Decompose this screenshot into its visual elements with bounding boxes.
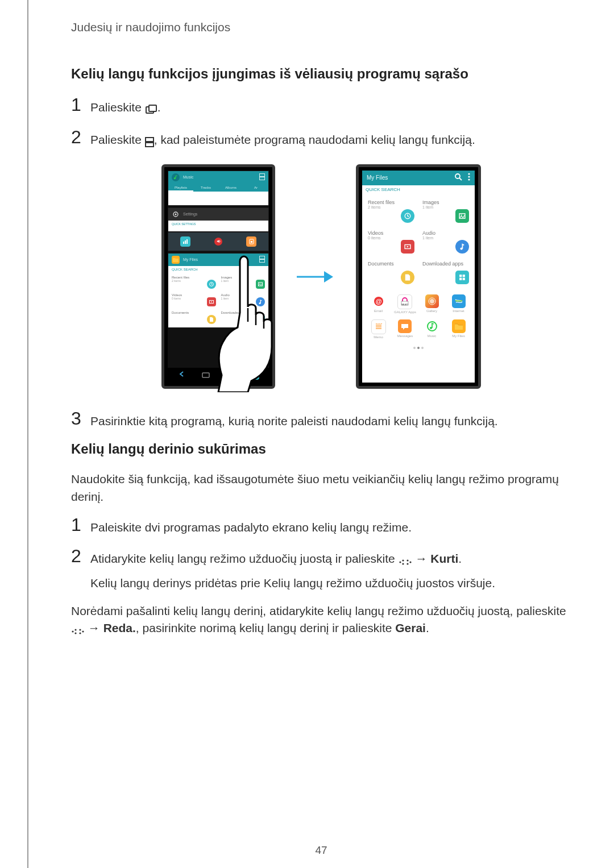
bold-text: Kurti: [430, 552, 458, 565]
svg-rect-45: [463, 275, 465, 277]
myfiles-app-icon: [452, 319, 466, 333]
label: Documents: [172, 311, 216, 314]
multi-window-button: [250, 371, 259, 380]
text: Palieskite: [90, 101, 145, 114]
messages-app-icon: [398, 319, 412, 333]
app-title: My Files: [367, 175, 388, 181]
heading-create-combo: Kelių langų derinio sukūrimas: [71, 441, 571, 457]
text: Norėdami pašalinti kelių langų derinį, a…: [71, 604, 566, 617]
svg-point-36: [468, 173, 470, 175]
svg-point-8: [175, 213, 177, 215]
apps-icon: [455, 271, 469, 284]
text: Atidarykite kelių langų režimo užduočių …: [90, 552, 399, 565]
label: Email: [374, 309, 383, 313]
galaxy-apps-icon: GALAXY: [397, 294, 412, 309]
svg-rect-9: [183, 242, 184, 244]
bold-text: Reda.: [103, 621, 136, 634]
music-icon: [172, 173, 180, 181]
svg-rect-47: [463, 278, 465, 280]
svg-rect-2: [146, 138, 154, 142]
svg-rect-25: [202, 373, 209, 377]
phone-mockup-right: My Files QUICK SEARCH Recent files 2 ite…: [356, 164, 481, 389]
close-all-icon: [226, 370, 235, 380]
document-icon: [401, 271, 414, 284]
svg-rect-27: [255, 373, 257, 375]
split-window-icon: [259, 255, 265, 265]
step-number: 1: [71, 516, 90, 534]
step-1b: 1 Paleiskite dvi programas padalyto ekra…: [71, 516, 571, 536]
svg-rect-1: [149, 105, 156, 111]
svg-rect-46: [459, 278, 462, 280]
six-dots-icon: [71, 621, 85, 638]
text: →: [85, 621, 103, 634]
clock-icon: [401, 209, 414, 223]
image-icon: [256, 280, 265, 289]
svg-point-61: [406, 563, 408, 564]
paragraph: Norėdami pašalinti kelių langų derinį, a…: [71, 603, 571, 639]
page-number: 47: [28, 844, 614, 857]
label: 1 item: [422, 236, 469, 240]
svg-rect-10: [185, 240, 186, 244]
label: Audio: [422, 230, 469, 236]
tab: Albums: [218, 184, 243, 192]
split-window-icon: [145, 133, 154, 150]
svg-rect-28: [252, 376, 254, 377]
svg-rect-15: [260, 259, 265, 262]
video-icon: [401, 240, 414, 254]
label: QUICK SEARCH: [168, 266, 268, 273]
six-dots-icon: [399, 552, 412, 569]
apps-icon: [256, 315, 265, 324]
svg-rect-26: [252, 373, 254, 375]
svg-rect-14: [260, 256, 265, 259]
label: Music: [428, 334, 437, 338]
gallery-app-icon: [425, 294, 439, 308]
label: 0 items: [368, 236, 414, 240]
label: My Files: [452, 334, 464, 338]
label: Internet: [453, 309, 464, 313]
label: Downloaded: [221, 311, 265, 314]
tab: Playlists: [168, 184, 193, 192]
svg-point-37: [468, 176, 470, 177]
label: Gallery: [426, 309, 437, 313]
label: Messages: [397, 334, 413, 338]
text: .: [157, 101, 161, 114]
folder-icon: [172, 256, 180, 264]
text: .: [458, 552, 462, 565]
label: 1 item: [422, 205, 469, 209]
text: Kelių langų derinys pridėtas prie Kelių …: [90, 576, 495, 589]
label: Videos: [368, 230, 414, 236]
memo-app-icon: [371, 319, 386, 334]
text: Pasirinktie kitą programą, kurią norite …: [90, 409, 571, 430]
tab: Ar: [243, 184, 268, 192]
app-title: Music: [183, 175, 193, 179]
svg-rect-29: [255, 376, 257, 377]
svg-rect-44: [459, 275, 462, 277]
breadcrumb: Judesių ir naudojimo funkcijos: [71, 20, 571, 34]
label: QUICK SEARCH: [362, 185, 475, 194]
svg-point-63: [72, 630, 73, 632]
heading-multiwindow-recent: Kelių langų funkcijos įjungimas iš vėlia…: [71, 66, 571, 82]
svg-point-67: [79, 632, 81, 634]
svg-rect-13: [251, 241, 252, 243]
svg-rect-5: [260, 173, 265, 176]
text: Palieskite: [90, 133, 145, 146]
home-icon: [201, 370, 210, 380]
back-icon: [178, 370, 186, 380]
step-2b: 2 Atidarykite kelių langų režimo užduoči…: [71, 547, 571, 592]
svg-line-35: [459, 178, 462, 180]
svg-point-34: [455, 174, 460, 178]
phone-mockup-left: Music Playlists Tracks Albums Ar: [161, 164, 275, 389]
document-icon: [207, 315, 216, 324]
step-number: 3: [71, 409, 90, 427]
step-number: 2: [71, 547, 90, 565]
svg-point-62: [409, 561, 411, 563]
tab: Tracks: [193, 184, 218, 192]
label: Images: [422, 200, 469, 205]
svg-point-59: [402, 563, 404, 564]
label: Downloaded apps: [422, 261, 469, 267]
settings-icon: [172, 210, 180, 218]
text: .: [426, 621, 429, 634]
email-app-icon: @: [372, 294, 385, 308]
paragraph: Naudokite šią funkciją, kad išsaugotumėt…: [71, 471, 571, 505]
sim-icon: [246, 236, 256, 247]
